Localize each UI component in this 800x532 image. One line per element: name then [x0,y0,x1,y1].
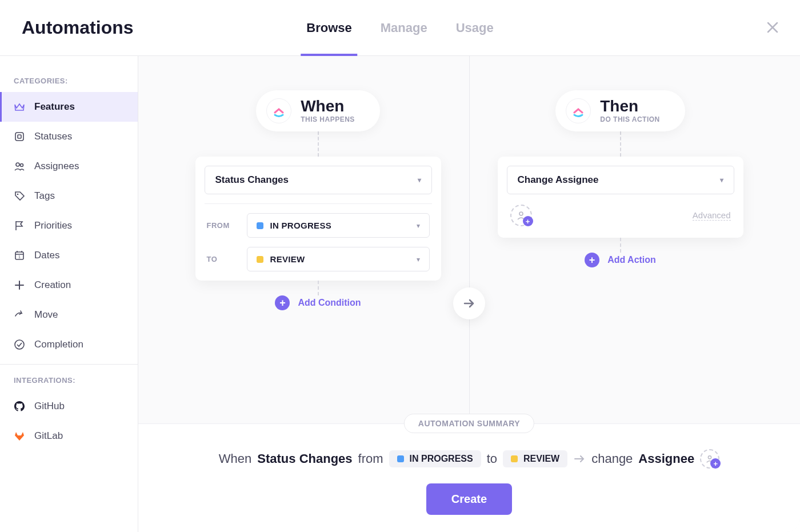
plus-icon [14,279,25,291]
summary-from-chip: IN PROGRESS [389,450,481,467]
assignee-row: + Advanced [507,205,734,229]
svg-point-9 [709,456,711,459]
chevron-down-icon: ▾ [418,176,421,184]
summary-text: When Status Changes from IN PROGRESS to … [219,449,719,469]
status-dot [257,222,263,229]
when-column: When THIS HAPPENS Status Changes ▾ FROM [167,90,469,423]
sidebar-item-creation[interactable]: Creation [0,270,138,300]
sidebar-item-label: Dates [34,250,59,261]
sidebar-item-label: Features [34,101,75,113]
page-title: Automations [22,17,134,38]
sidebar-item-label: GitHub [34,401,65,412]
summary-badge: AUTOMATION SUMMARY [404,414,534,433]
summary-from: from [358,451,383,466]
square-icon [14,131,25,142]
sidebar-item-statuses[interactable]: Statuses [0,122,138,151]
svg-point-8 [519,212,523,215]
action-value: Change Assignee [518,174,599,186]
from-row: FROM IN PROGRESS ▾ [205,203,432,238]
tabs: Browse Manage Usage [306,11,493,45]
sidebar-item-move[interactable]: Move [0,300,138,330]
sidebar-item-completion[interactable]: Completion [0,330,138,359]
status-dot [397,455,404,462]
trigger-value: Status Changes [215,174,289,186]
tag-icon [14,190,25,202]
sidebar-item-gitlab[interactable]: GitLab [0,421,138,451]
from-status-name: IN PROGRESS [270,221,410,230]
then-card: Change Assignee ▾ + Advanced [498,157,743,238]
sidebar-item-tags[interactable]: Tags [0,181,138,211]
when-header: When THIS HAPPENS [256,90,380,131]
connector [620,131,621,157]
sidebar-item-features[interactable]: Features [0,92,138,122]
to-status-name: REVIEW [270,254,410,264]
tab-usage[interactable]: Usage [456,21,494,54]
plus-badge-icon: + [523,216,533,226]
add-action-label: Add Action [607,255,656,265]
plus-circle-icon: + [275,295,290,310]
then-header: Then DO THIS ACTION [555,90,685,131]
svg-rect-1 [18,135,21,138]
divider [0,364,138,365]
check-circle-icon [14,339,25,350]
tab-manage[interactable]: Manage [381,21,427,54]
svg-rect-0 [15,133,23,141]
svg-point-3 [21,164,23,167]
footer: AUTOMATION SUMMARY When Status Changes f… [138,423,800,532]
sidebar-item-github[interactable]: GitHub [0,391,138,421]
add-assignee-button[interactable]: + [510,205,532,226]
summary-when: When [219,451,251,466]
main: When THIS HAPPENS Status Changes ▾ FROM [138,56,800,532]
gitlab-icon [14,430,25,442]
create-button[interactable]: Create [426,483,512,515]
to-status-select[interactable]: REVIEW ▾ [247,247,430,271]
summary-to-chip: REVIEW [503,450,567,467]
tab-browse[interactable]: Browse [306,21,351,54]
when-card: Status Changes ▾ FROM IN PROGRESS ▾ TO [195,157,441,281]
add-condition-button[interactable]: + Add Condition [275,295,361,310]
chevron-down-icon: ▾ [720,176,723,184]
sidebar-item-assignees[interactable]: Assignees [0,151,138,181]
action-select[interactable]: Change Assignee ▾ [507,166,734,194]
when-subtitle: THIS HAPPENS [301,115,355,123]
builder: When THIS HAPPENS Status Changes ▾ FROM [138,56,800,423]
to-row: TO REVIEW ▾ [205,238,432,271]
sidebar-item-label: Assignees [34,161,79,172]
summary-to: to [487,451,497,466]
calendar-icon: 1 [14,250,25,261]
then-subtitle: DO THIS ACTION [600,115,660,123]
svg-point-2 [16,163,19,166]
advanced-link[interactable]: Advanced [693,210,731,221]
summary-trigger: Status Changes [257,451,352,466]
connector [318,281,319,295]
status-dot [257,256,263,263]
crown-icon [14,101,25,113]
sidebar-item-label: Statuses [34,131,72,142]
clickup-logo-icon [566,98,591,123]
sidebar-item-priorities[interactable]: Priorities [0,211,138,241]
when-title: When [301,98,355,114]
trigger-select[interactable]: Status Changes ▾ [205,166,432,194]
summary-change: change [591,451,633,466]
add-action-button[interactable]: + Add Action [585,253,656,267]
sidebar-item-dates[interactable]: 1 Dates [0,241,138,270]
then-title: Then [600,98,660,114]
from-status-select[interactable]: IN PROGRESS ▾ [247,213,430,238]
flag-icon [14,220,25,231]
arrow-right-icon [573,453,586,465]
github-icon [14,401,25,412]
chevron-down-icon: ▾ [417,222,420,230]
connector [620,238,621,253]
summary-assignee: Assignee [638,451,694,466]
plus-badge-icon: + [710,458,721,469]
integrations-label: INTEGRATIONS: [0,369,138,391]
close-icon[interactable] [767,22,778,33]
summary-assignee-avatar[interactable]: + [700,449,719,469]
then-column: Then DO THIS ACTION Change Assignee ▾ + [469,90,771,423]
to-label: TO [207,255,239,263]
svg-text:1: 1 [18,255,21,259]
sidebar-item-label: Priorities [34,220,72,231]
header: Automations Browse Manage Usage [0,0,800,56]
summary-from-status: IN PROGRESS [410,454,473,464]
share-icon [14,309,25,321]
